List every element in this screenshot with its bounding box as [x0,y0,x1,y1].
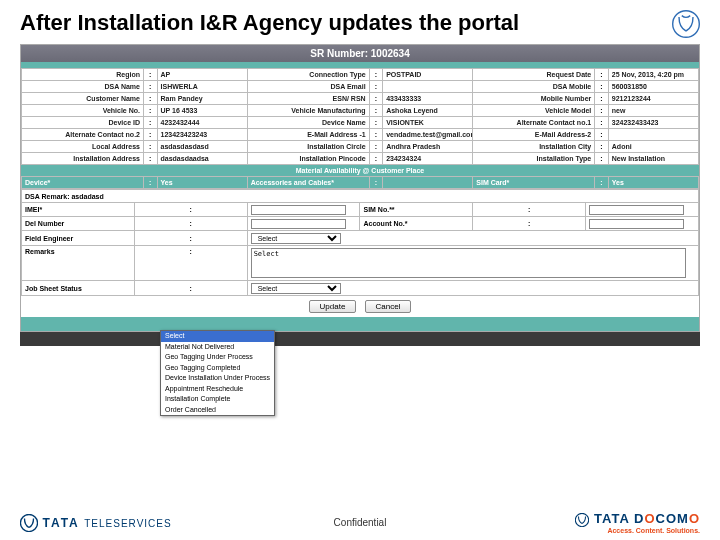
job-sheet-status-dropdown[interactable]: Select Material Not Delivered Geo Taggin… [160,330,275,416]
cell-value: Adoni [608,141,698,153]
cell-sep: : [369,105,383,117]
job-sheet-status-label: Job Sheet Status [22,281,135,296]
cell-sep: : [143,69,157,81]
table-row: Device ID:4232432444 Device Name:VISIONT… [22,117,699,129]
dropdown-option[interactable]: Appointment Reschedule [161,384,274,395]
cell-label: Alternate Contact no.2 [22,129,144,141]
table-row: Alternate Contact no.2:123423423243 E-Ma… [22,129,699,141]
table-row: Job Sheet Status: Select [22,281,699,296]
cell-label: Mobile Number [473,93,595,105]
teleservices-text: TELESERVICES [84,518,171,529]
cell-sep: : [595,81,609,93]
cell-sep: : [134,231,247,246]
imei-input[interactable] [251,205,346,215]
cell-value [383,81,473,93]
cell-value: asdasdasdasd [157,141,247,153]
delnumber-label: Del Number [22,217,135,231]
simno-input[interactable] [589,205,684,215]
cell-sep: : [134,217,247,231]
cell-label: Installation Type [473,153,595,165]
cell-value: 433433333 [383,93,473,105]
cell-label: Request Date [473,69,595,81]
dropdown-option[interactable]: Geo Tagging Under Process [161,352,274,363]
cancel-button[interactable]: Cancel [365,300,412,313]
cell-label: Alternate Contact no.1 [473,117,595,129]
table-row: DSA Name:ISHWERLA DSA Email: DSA Mobile:… [22,81,699,93]
table-row: DSA Remark: asdadasd [22,190,699,203]
cell-value: 123423423243 [157,129,247,141]
confidential-label: Confidential [334,517,387,528]
simno-label: SIM No.** [360,203,473,217]
dark-strip [20,332,700,346]
cell-sep: : [369,93,383,105]
dropdown-option[interactable]: Geo Tagging Completed [161,363,274,374]
slide-footer: TATA TELESERVICES Confidential TATA DOCO… [0,511,720,534]
tata-small-logo-icon [575,513,589,527]
cell-sep: : [369,81,383,93]
table-row: Remarks: Select [22,246,699,281]
cell-sep: : [143,93,157,105]
tata-small-logo-icon [20,514,38,532]
tata-logo-icon [672,10,700,38]
delnumber-input[interactable] [251,219,346,229]
cell-label: Local Address [22,141,144,153]
accessories-booked-label: Accessories and Cables* [247,177,369,189]
cell-value [383,177,473,189]
table-row: Vehicle No.:UP 16 4533 Vehicle Manufactu… [22,105,699,117]
cell-value: 234234324 [383,153,473,165]
material-availability-header: Material Availability @ Customer Place [21,165,699,176]
cell-label: Device Name [247,117,369,129]
cell-label: Installation Circle [247,141,369,153]
cell-value: POSTPAID [383,69,473,81]
teal-spacer-bottom [21,317,699,331]
cell-sep: : [595,117,609,129]
cell-sep: : [595,69,609,81]
dropdown-option[interactable]: Order Cancelled [161,405,274,416]
cell-value: 25 Nov, 2013, 4:20 pm [608,69,698,81]
cell-label: E-Mail Address -1 [247,129,369,141]
cell-sep: : [143,141,157,153]
cell-label: Connection Type [247,69,369,81]
cell-sep: : [369,69,383,81]
cell-sep: : [595,93,609,105]
cell-value: Yes [608,177,698,189]
cell-value [608,129,698,141]
cell-sep: : [595,129,609,141]
cell-sep: : [134,281,247,296]
dropdown-option[interactable]: Installation Complete [161,394,274,405]
cell-value: UP 16 4533 [157,105,247,117]
cell-label: Vehicle No. [22,105,144,117]
table-row: Field Engineer: Select [22,231,699,246]
accountno-label: Account No.* [360,217,473,231]
dropdown-option[interactable]: Device Installation Under Process [161,373,274,384]
cell-value: Ashoka Leyend [383,105,473,117]
accountno-input[interactable] [589,219,684,229]
cell-label: DSA Email [247,81,369,93]
cell-sep: : [143,177,157,189]
device-booked-label: Device* [22,177,144,189]
cell-sep: : [473,217,586,231]
form-table: DSA Remark: asdadasd IMEI*: SIM No.**: D… [21,189,699,296]
cell-sep: : [595,153,609,165]
dropdown-option[interactable]: Select [161,331,274,342]
cell-sep: : [134,203,247,217]
job-sheet-status-select[interactable]: Select [251,283,341,294]
field-engineer-label: Field Engineer [22,231,135,246]
details-table: Region:AP Connection Type:POSTPAID Reque… [21,68,699,165]
field-engineer-select[interactable]: Select [251,233,341,244]
dropdown-option[interactable]: Material Not Delivered [161,342,274,353]
cell-value: dasdasdaadsa [157,153,247,165]
docomo-tata-text: TATA [594,511,629,526]
cell-value: vendadme.test@gmail.com [383,129,473,141]
remarks-textarea[interactable]: Select [251,248,686,278]
cell-sep: : [473,203,586,217]
update-button[interactable]: Update [309,300,357,313]
cell-sep: : [369,141,383,153]
remarks-label: Remarks [22,246,135,281]
cell-label: ESN/ RSN [247,93,369,105]
cell-label: E-Mail Address-2 [473,129,595,141]
svg-point-2 [576,513,589,526]
portal-panel: SR Number: 1002634 Region:AP Connection … [20,44,700,332]
cell-sep: : [369,117,383,129]
dsa-remark-label: DSA Remark: asdadasd [22,190,699,203]
